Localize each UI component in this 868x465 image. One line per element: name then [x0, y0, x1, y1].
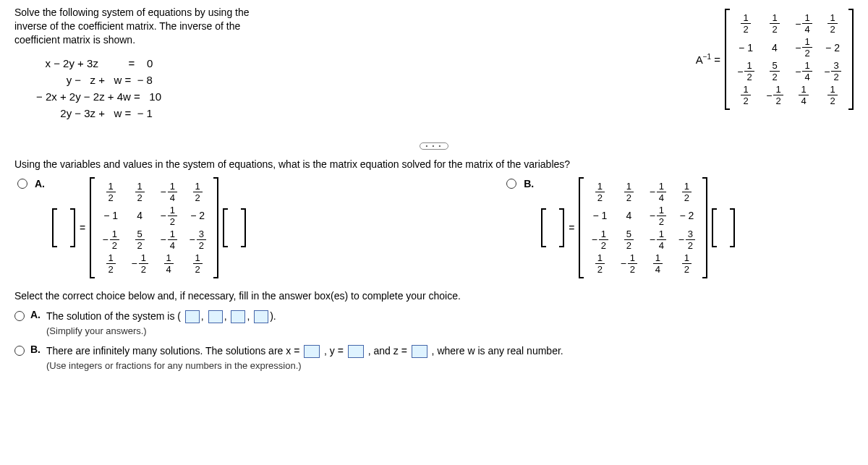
option-b-equation: = 1212−1412− 14−12− 2−1252−14−3212−12141… [541, 177, 735, 278]
option-a-equation: = 1212−1412− 14−12− 2−1252−14−3212−12141… [52, 177, 246, 278]
choice-b-text1: There are infinitely many solutions. The… [46, 345, 299, 357]
option-b[interactable]: B. = 1212−1412− 14−12− 2−1252−14−3212−12… [506, 177, 735, 278]
inverse-label: A−1 = [696, 53, 720, 66]
radio-choice-b[interactable] [14, 346, 25, 356]
section-divider: • • • [14, 142, 854, 150]
option-a[interactable]: A. = 1212−1412− 14−12− 2−1252−14−3212−12… [17, 177, 246, 278]
equation-4: 2y − 3z + w = − 1 [36, 107, 275, 119]
choice-a-text2: ). [270, 310, 276, 322]
equation-1: x − 2y + 3z = 0 [36, 57, 275, 69]
choice-a[interactable]: A. The solution of the system is ( , , ,… [14, 309, 854, 338]
choice-a-hint: (Simplify your answers.) [46, 324, 276, 338]
choice-b-text3: , and z = [368, 345, 407, 357]
option-b-label: B. [524, 178, 534, 189]
answer-box-a3[interactable] [231, 310, 245, 323]
choice-b-label: B. [30, 344, 41, 355]
radio-choice-a[interactable] [14, 311, 25, 321]
answer-box-b2[interactable] [348, 345, 364, 358]
choice-a-text1: The solution of the system is ( [46, 310, 181, 322]
answer-box-b3[interactable] [412, 345, 427, 358]
answer-box-a4[interactable] [254, 310, 268, 323]
answer-box-b1[interactable] [304, 345, 320, 358]
question-1-text: Using the variables and values in the sy… [14, 158, 854, 170]
equation-2: y − z + w = − 8 [36, 74, 275, 86]
option-a-matrix: 1212−1412− 14−12− 2−1252−14−3212−121412 [90, 177, 218, 278]
option-b-right-box [712, 208, 735, 247]
inverse-matrix: 1212−1412− 14−12− 2−1252−14−3212−121412 [725, 9, 854, 110]
option-b-left-box [541, 208, 564, 247]
inverse-matrix-block: A−1 = 1212−1412− 14−12− 2−1252−14−3212−1… [696, 9, 854, 110]
equals-sign-b: = [569, 222, 574, 234]
option-b-matrix: 1212−1412− 14−12− 2−1252−14−3212−121412 [579, 177, 707, 278]
select-choice-prompt: Select the correct choice below and, if … [14, 290, 854, 302]
equation-3: − 2x + 2y − 2z + 4w = 10 [36, 90, 275, 103]
choice-a-label: A. [30, 309, 41, 320]
option-a-label: A. [35, 178, 45, 189]
choice-b-text4: , where w is any real number. [432, 345, 563, 357]
answer-box-a1[interactable] [185, 310, 200, 323]
radio-option-a[interactable] [17, 179, 27, 189]
equation-system: x − 2y + 3z = 0 y − z + w = − 8 − 2x + 2… [36, 57, 275, 119]
choice-b-text2: , y = [324, 345, 344, 357]
problem-prompt: Solve the following system of equations … [14, 6, 275, 47]
equals-sign: = [80, 222, 85, 234]
choice-b[interactable]: B. There are infinitely many solutions. … [14, 344, 854, 373]
option-a-right-box [223, 208, 246, 247]
radio-option-b[interactable] [506, 179, 516, 189]
choice-b-hint: (Use integers or fractions for any numbe… [46, 359, 563, 373]
option-a-left-box [52, 208, 75, 247]
answer-box-a2[interactable] [208, 310, 223, 323]
